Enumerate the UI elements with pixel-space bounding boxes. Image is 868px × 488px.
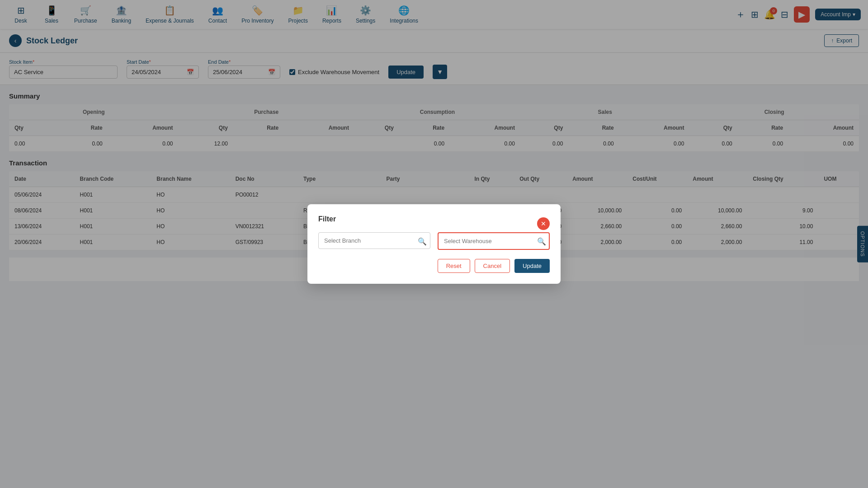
cancel-button[interactable]: Cancel <box>475 259 510 273</box>
select-warehouse-input[interactable] <box>438 232 550 250</box>
modal-header: Filter ✕ <box>318 215 550 232</box>
select-branch-field: 🔍 <box>318 232 430 250</box>
modal-update-button[interactable]: Update <box>514 259 550 273</box>
modal-overlay: Filter ✕ 🔍 🔍 Reset Cancel Update <box>0 0 868 288</box>
modal-actions: Reset Cancel Update <box>318 259 550 273</box>
select-branch-input[interactable] <box>318 232 430 249</box>
modal-close-button[interactable]: ✕ <box>537 217 550 230</box>
modal-fields: 🔍 🔍 <box>318 232 550 250</box>
modal-title: Filter <box>318 215 336 223</box>
reset-button[interactable]: Reset <box>438 259 470 273</box>
select-warehouse-field: 🔍 <box>438 232 550 250</box>
branch-search-button[interactable]: 🔍 <box>418 237 427 245</box>
warehouse-search-button[interactable]: 🔍 <box>537 237 546 245</box>
filter-modal: Filter ✕ 🔍 🔍 Reset Cancel Update <box>307 204 561 284</box>
